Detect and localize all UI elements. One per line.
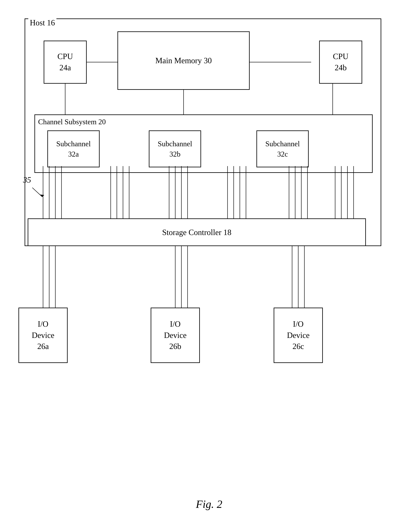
- channel-subsystem-label: Channel Subsystem 20: [38, 118, 106, 126]
- diagram: Host 16 Main Memory 30 CPU 24a CPU 24b C…: [18, 12, 400, 520]
- host-label: Host 16: [28, 18, 57, 27]
- io-26b-label: I/O Device 26b: [164, 319, 186, 352]
- cpu-24a-box: CPU 24a: [44, 41, 87, 84]
- subchannel-32c-box: Subchannel 32c: [256, 130, 309, 167]
- subchannel-32b-box: Subchannel 32b: [149, 130, 201, 167]
- cpu-24b-box: CPU 24b: [319, 41, 362, 84]
- cpu-24a-label: CPU 24a: [57, 51, 73, 73]
- figure-caption: Fig. 2: [196, 498, 222, 511]
- io-26a-label: I/O Device 26a: [32, 319, 54, 352]
- bus-lines-svg: [28, 166, 366, 222]
- main-memory-label: Main Memory 30: [155, 55, 212, 66]
- svg-line-29: [32, 188, 42, 197]
- subchannel-32a-box: Subchannel 32a: [47, 130, 100, 167]
- io-device-26b-box: I/O Device 26b: [151, 307, 200, 363]
- subchannel-32a-label: Subchannel 32a: [56, 139, 91, 159]
- cpu-24b-label: CPU 24b: [333, 51, 348, 73]
- io-device-26a-box: I/O Device 26a: [18, 307, 68, 363]
- subchannel-32b-label: Subchannel 32b: [158, 139, 192, 159]
- storage-controller-label: Storage Controller 18: [162, 228, 232, 237]
- subchannel-32c-label: Subchannel 32c: [265, 139, 300, 159]
- main-memory-box: Main Memory 30: [117, 31, 250, 90]
- storage-controller-box: Storage Controller 18: [28, 218, 366, 246]
- io-device-26c-box: I/O Device 26c: [274, 307, 323, 363]
- storage-to-io-lines-svg: [28, 246, 366, 307]
- io-26c-label: I/O Device 26c: [287, 319, 310, 352]
- channel-subsystem-box: Channel Subsystem 20 Subchannel 32a Subc…: [35, 114, 373, 173]
